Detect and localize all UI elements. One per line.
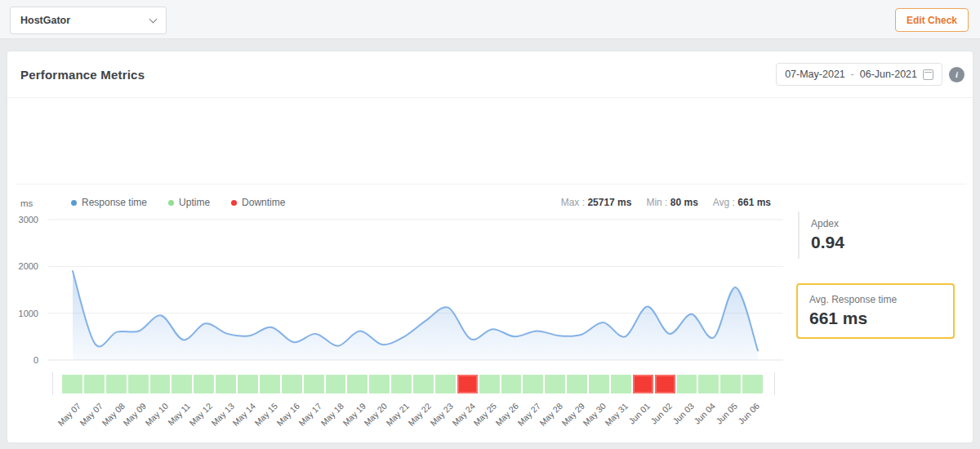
y-tick-label: 1000 <box>19 309 38 318</box>
availability-segment-jun-05-up[interactable] <box>720 375 741 393</box>
availability-segment-may-25-up[interactable] <box>479 375 500 393</box>
monitor-selector-value: HostGator <box>20 15 70 26</box>
date-range-start: 07-May-2021 <box>785 69 845 80</box>
availability-segment-jun-04-up[interactable] <box>698 375 719 393</box>
card-header: Performance Metrics 07-May-2021 - 06-Jun… <box>7 51 973 97</box>
stat-min: Min : 80 ms <box>646 197 697 208</box>
availability-segment-may-09-up[interactable] <box>128 375 149 393</box>
legend-dot-icon <box>168 200 174 206</box>
availability-segment-may-20-up[interactable] <box>369 375 390 393</box>
page-title: Performance Metrics <box>20 68 145 82</box>
stat-avg: Avg : 661 ms <box>713 197 771 208</box>
y-tick-label: 2000 <box>19 261 38 271</box>
availability-segment-jun-01-down[interactable] <box>633 375 653 393</box>
freshping-dashboard: HostGator Edit Check Performance Metrics… <box>0 0 980 449</box>
availability-segment-may-29-up[interactable] <box>567 375 587 393</box>
y-tick-label: 0 <box>33 355 38 365</box>
chart-stats: Max : 25717 ms Min : 80 ms Avg : 661 ms <box>561 197 771 208</box>
availability-segment-may-31-up[interactable] <box>611 375 631 393</box>
response-time-chart <box>48 215 783 366</box>
chart-legend: Response time Uptime Downtime <box>71 197 285 208</box>
performance-metrics-card: Performance Metrics 07-May-2021 - 06-Jun… <box>7 51 973 443</box>
section-divider <box>16 184 966 184</box>
calendar-icon <box>923 69 933 80</box>
avg-response-label: Avg. Response time <box>809 294 942 305</box>
x-axis-labels: May 07May 07May 08May 09May 10May 11May … <box>62 398 763 443</box>
legend-item-response-time[interactable]: Response time <box>71 197 147 208</box>
availability-segment-may-11-up[interactable] <box>172 375 192 393</box>
apdex-metric-tile[interactable]: Apdex 0.94 <box>798 211 961 259</box>
availability-segment-may-12-up[interactable] <box>194 375 214 393</box>
avg-response-value: 661 ms <box>809 309 942 328</box>
availability-segment-may-21-up[interactable] <box>391 375 412 393</box>
y-axis-unit-label: ms <box>20 198 33 208</box>
apdex-value: 0.94 <box>811 233 961 252</box>
legend-item-downtime[interactable]: Downtime <box>231 197 285 208</box>
top-bar: HostGator Edit Check <box>0 0 980 39</box>
y-axis-ticks: 3000200010000 <box>7 215 43 366</box>
availability-bar-left-edge <box>52 372 53 395</box>
availability-segment-may-13-up[interactable] <box>216 375 236 393</box>
availability-segment-jun-03-up[interactable] <box>677 375 697 393</box>
availability-segment-may-28-up[interactable] <box>545 375 565 393</box>
y-tick-label: 3000 <box>19 215 38 224</box>
date-range-separator: - <box>851 69 854 80</box>
availability-segment-may-07-up[interactable] <box>62 375 82 393</box>
availability-segment-may-19-up[interactable] <box>347 375 368 393</box>
legend-item-uptime[interactable]: Uptime <box>168 197 210 208</box>
availability-segment-may-16-up[interactable] <box>282 375 302 393</box>
apdex-label: Apdex <box>811 218 961 229</box>
availability-segment-may-14-up[interactable] <box>238 375 258 393</box>
availability-segment-may-23-up[interactable] <box>435 375 456 393</box>
availability-segment-jun-06-up[interactable] <box>742 375 763 393</box>
legend-dot-icon <box>231 200 237 206</box>
availability-segment-may-10-up[interactable] <box>150 375 171 393</box>
chevron-down-icon <box>149 15 158 23</box>
availability-segment-may-30-up[interactable] <box>589 375 609 393</box>
header-right: 07-May-2021 - 06-Jun-2021 i <box>776 63 964 86</box>
availability-segment-may-27-up[interactable] <box>523 375 543 393</box>
edit-check-button[interactable]: Edit Check <box>895 8 969 32</box>
avg-response-metric-tile[interactable]: Avg. Response time 661 ms <box>796 283 955 339</box>
availability-segment-may-08-up[interactable] <box>106 375 127 393</box>
monitor-selector-dropdown[interactable]: HostGator <box>10 7 167 34</box>
availability-segment-may-18-up[interactable] <box>326 375 346 393</box>
availability-segment-jun-02-down[interactable] <box>655 375 675 393</box>
header-divider <box>7 97 973 98</box>
availability-segment-may-22-up[interactable] <box>413 375 434 393</box>
availability-segment-may-07-up[interactable] <box>84 375 105 393</box>
legend-dot-icon <box>71 200 77 206</box>
date-range-end: 06-Jun-2021 <box>860 69 917 80</box>
stat-max: Max : 25717 ms <box>561 197 632 208</box>
info-icon[interactable]: i <box>949 67 964 82</box>
availability-bar-right-edge <box>774 372 775 395</box>
availability-bar <box>62 375 763 393</box>
availability-segment-may-15-up[interactable] <box>260 375 280 393</box>
availability-segment-may-24-down[interactable] <box>457 375 478 393</box>
availability-segment-may-26-up[interactable] <box>501 375 522 393</box>
date-range-picker[interactable]: 07-May-2021 - 06-Jun-2021 <box>776 63 942 86</box>
availability-segment-may-17-up[interactable] <box>304 375 324 393</box>
